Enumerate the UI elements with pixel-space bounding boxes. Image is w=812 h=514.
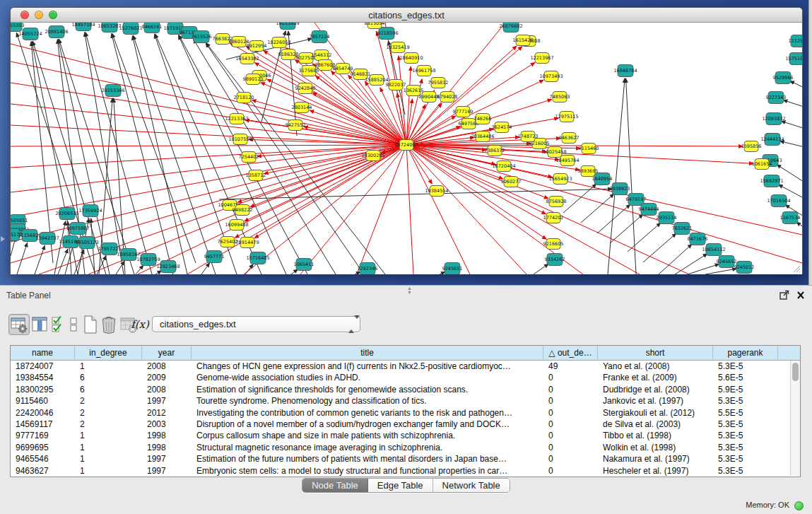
cell-short[interactable]: Franke et al. (2009) bbox=[598, 372, 713, 383]
table-row[interactable]: 977716911998Corpus callosum shape and si… bbox=[11, 430, 790, 441]
column-header-year[interactable]: year bbox=[142, 346, 192, 361]
cell-year[interactable]: 1997 bbox=[142, 453, 192, 465]
cell-in_degree[interactable]: 2 bbox=[75, 407, 142, 419]
show-columns-button[interactable] bbox=[30, 314, 49, 335]
cell-in_degree[interactable]: 1 bbox=[75, 361, 142, 372]
cell-pagerank[interactable]: 5.5E-5 bbox=[713, 407, 778, 419]
cell-title[interactable]: Tourette syndrome. Phenomenology and cla… bbox=[192, 395, 543, 407]
table-selector-dropdown[interactable]: citations_edges.txt bbox=[152, 316, 360, 332]
cell-in_degree[interactable]: 2 bbox=[75, 395, 142, 407]
column-header-pagerank[interactable]: pagerank bbox=[713, 346, 778, 361]
splitter-grip-icon[interactable]: ▲▼ bbox=[406, 286, 413, 291]
cell-title[interactable]: Estimation of the future numbers of pati… bbox=[192, 453, 543, 465]
window-titlebar[interactable]: citations_edges.txt bbox=[11, 8, 802, 23]
cell-out_de[interactable]: 0 bbox=[543, 453, 598, 465]
table-vertical-scrollbar[interactable] bbox=[790, 361, 800, 476]
cell-out_de[interactable]: 0 bbox=[543, 407, 598, 419]
cell-in_degree[interactable]: 1 bbox=[75, 442, 142, 453]
create-column-button[interactable] bbox=[81, 314, 100, 335]
cell-in_degree[interactable]: 1 bbox=[75, 430, 142, 441]
cell-title[interactable]: Investigating the contribution of common… bbox=[192, 407, 543, 419]
table-row[interactable]: 1830029562008Estimation of significance … bbox=[11, 384, 790, 395]
cell-in_degree[interactable]: 1 bbox=[75, 453, 142, 465]
table-row[interactable]: 2242004622012Investigating the contribut… bbox=[11, 407, 790, 419]
float-panel-icon[interactable] bbox=[779, 290, 789, 300]
cell-year[interactable]: 2008 bbox=[142, 361, 192, 372]
cell-short[interactable]: de Silva et al. (2003) bbox=[598, 419, 713, 430]
column-header-title[interactable]: title bbox=[192, 346, 543, 361]
column-header-in_degree[interactable]: in_degree bbox=[75, 346, 142, 361]
cell-in_degree[interactable]: 1 bbox=[75, 465, 142, 477]
cell-title[interactable]: Changes of HCN gene expression and I(f) … bbox=[192, 361, 543, 372]
cell-year[interactable]: 1998 bbox=[142, 442, 192, 453]
cell-name[interactable]: 18724007 bbox=[11, 361, 75, 372]
cell-short[interactable]: Wolkin et al. (1998) bbox=[598, 442, 713, 453]
cell-short[interactable]: Nakamura et al. (1997) bbox=[598, 453, 713, 465]
cell-year[interactable]: 1997 bbox=[142, 395, 192, 407]
cell-pagerank[interactable]: 5.6E-5 bbox=[713, 372, 778, 383]
cell-year[interactable]: 1997 bbox=[142, 465, 192, 477]
cell-short[interactable]: Stergiakouli et al. (2012) bbox=[598, 407, 713, 419]
cell-year[interactable]: 2003 bbox=[142, 419, 192, 430]
cell-short[interactable]: Hescheler et al. (1997) bbox=[598, 465, 713, 477]
citation-network-graph[interactable]: 1872400720553031405572420891406184571841… bbox=[11, 23, 802, 274]
cell-name[interactable]: 19384554 bbox=[11, 372, 75, 383]
function-builder-button[interactable]: f(x) bbox=[129, 314, 151, 335]
cell-out_de[interactable]: 0 bbox=[543, 430, 598, 441]
row-selection-button[interactable] bbox=[68, 314, 79, 335]
tab-node-table[interactable]: Node Table bbox=[302, 479, 368, 492]
cell-in_degree[interactable]: 6 bbox=[75, 384, 142, 395]
cell-short[interactable]: Tibbo et al. (1998) bbox=[598, 430, 713, 441]
cell-short[interactable]: Dudbridge et al. (2008) bbox=[598, 384, 713, 395]
cell-out_de[interactable]: 0 bbox=[543, 442, 598, 453]
cell-title[interactable]: Corpus callosum shape and size in male p… bbox=[192, 430, 543, 441]
delete-column-button[interactable] bbox=[99, 314, 119, 335]
cell-pagerank[interactable]: 5.3E-5 bbox=[713, 453, 778, 465]
cell-title[interactable]: Structural magnetic resonance image aver… bbox=[192, 442, 543, 453]
cell-title[interactable]: Estimation of significance thresholds fo… bbox=[192, 384, 543, 395]
close-panel-icon[interactable] bbox=[796, 291, 805, 300]
cell-title[interactable]: Genome-wide association studies in ADHD. bbox=[192, 372, 543, 383]
column-header-short[interactable]: short bbox=[598, 346, 713, 361]
cell-name[interactable]: 14569117 bbox=[11, 419, 75, 430]
table-row[interactable]: 1938455462009Genome-wide association stu… bbox=[11, 372, 790, 383]
cell-pagerank[interactable]: 5.3E-5 bbox=[713, 361, 778, 372]
network-view-window[interactable]: citations_edges.txt 18724007205530314055… bbox=[10, 7, 803, 274]
cell-name[interactable]: 9465546 bbox=[11, 453, 75, 465]
cell-short[interactable]: Yano et al. (2008) bbox=[598, 361, 713, 372]
cell-year[interactable]: 1998 bbox=[142, 430, 192, 441]
window-resize-grip[interactable] bbox=[792, 264, 801, 273]
tab-edge-table[interactable]: Edge Table bbox=[368, 479, 433, 492]
cell-out_de[interactable]: 0 bbox=[543, 465, 598, 477]
cell-name[interactable]: 9115460 bbox=[11, 395, 75, 407]
tab-network-table[interactable]: Network Table bbox=[433, 479, 510, 492]
cell-pagerank[interactable]: 5.9E-5 bbox=[713, 384, 778, 395]
cell-short[interactable]: Jankovic et al. (1997) bbox=[598, 395, 713, 407]
column-header-name[interactable]: name bbox=[11, 346, 75, 361]
scrollbar-thumb[interactable] bbox=[792, 363, 799, 381]
table-row[interactable]: 946554611997Estimation of the future num… bbox=[11, 453, 790, 465]
table-row[interactable]: 1872400712008Changes of HCN gene express… bbox=[11, 361, 790, 372]
cell-pagerank[interactable]: 5.3E-5 bbox=[713, 442, 778, 453]
select-columns-button[interactable] bbox=[49, 314, 66, 335]
cell-name[interactable]: 18300295 bbox=[11, 384, 75, 395]
cell-pagerank[interactable]: 5.3E-5 bbox=[713, 419, 778, 430]
cell-year[interactable]: 2008 bbox=[142, 384, 192, 395]
cell-pagerank[interactable]: 5.3E-5 bbox=[713, 465, 778, 477]
cell-out_de[interactable]: 49 bbox=[543, 361, 598, 372]
cell-name[interactable]: 22420046 bbox=[11, 407, 75, 419]
cell-pagerank[interactable]: 5.3E-5 bbox=[713, 395, 778, 407]
cell-out_de[interactable]: 0 bbox=[543, 372, 598, 383]
cell-out_de[interactable]: 0 bbox=[543, 395, 598, 407]
cell-in_degree[interactable]: 6 bbox=[75, 372, 142, 383]
cell-in_degree[interactable]: 2 bbox=[75, 419, 142, 430]
cell-year[interactable]: 2009 bbox=[142, 372, 192, 383]
table-mode-button[interactable] bbox=[8, 314, 30, 335]
cell-out_de[interactable]: 0 bbox=[543, 419, 598, 430]
table-row[interactable]: 911546021997Tourette syndrome. Phenomeno… bbox=[11, 395, 790, 407]
cell-title[interactable]: Disruption of a novel member of a sodium… bbox=[192, 419, 543, 430]
cell-name[interactable]: 9699695 bbox=[11, 442, 75, 453]
table-row[interactable]: 969969511998Structural magnetic resonanc… bbox=[11, 442, 790, 453]
cell-out_de[interactable]: 0 bbox=[543, 384, 598, 395]
table-row[interactable]: 946362711997Embryonic stem cells: a mode… bbox=[11, 465, 790, 477]
